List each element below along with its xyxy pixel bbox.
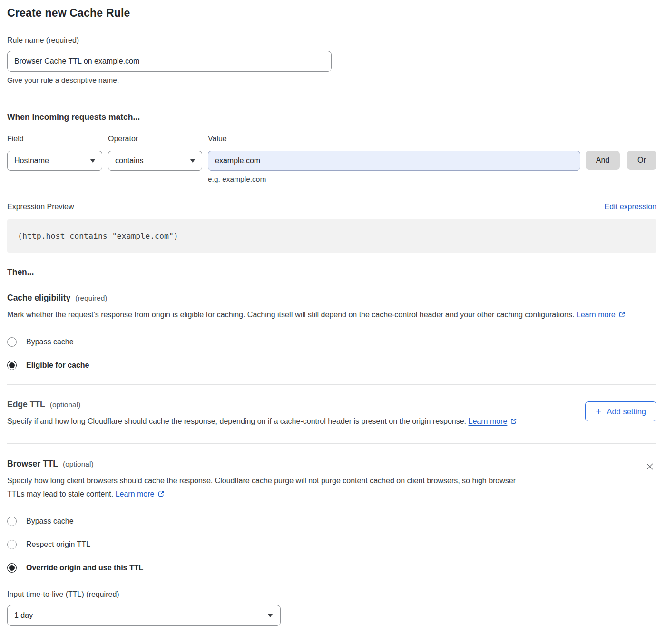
operator-column-label: Operator <box>108 135 202 143</box>
cache-eligibility-heading: Cache eligibility <box>7 293 70 303</box>
divider <box>7 384 656 385</box>
divider <box>7 99 656 99</box>
radio-option-label: Eligible for cache <box>26 361 89 370</box>
field-select-value: Hostname <box>14 156 49 165</box>
external-link-icon <box>618 309 626 322</box>
chevron-down-icon <box>268 614 273 617</box>
chevron-down-icon <box>90 159 95 163</box>
operator-select-value: contains <box>115 156 144 165</box>
add-setting-label: Add setting <box>607 407 646 416</box>
browser-ttl-heading: Browser TTL <box>7 459 58 469</box>
chevron-down-icon <box>190 159 195 163</box>
edge-ttl-description-text: Specify if and how long Cloudflare shoul… <box>7 417 466 425</box>
radio-option-respect-origin-ttl[interactable]: Respect origin TTL <box>7 540 656 549</box>
cache-eligibility-requirement: (required) <box>75 294 107 302</box>
ttl-select-value: 1 day <box>8 605 260 625</box>
radio-option-label: Override origin and use this TTL <box>26 564 143 572</box>
match-section-heading: When incoming requests match... <box>7 112 656 122</box>
create-cache-rule-form: Create new Cache Rule Rule name (require… <box>0 0 666 626</box>
rule-name-input[interactable] <box>7 51 332 72</box>
edge-ttl-requirement: (optional) <box>50 400 81 409</box>
or-button[interactable]: Or <box>627 151 656 170</box>
value-helper: e.g. example.com <box>208 175 580 184</box>
expression-text: (http.host contains "example.com") <box>18 232 178 241</box>
radio-option-label: Respect origin TTL <box>26 540 90 549</box>
radio-option-label: Bypass cache <box>26 517 74 526</box>
radio-option-eligible-for-cache[interactable]: Eligible for cache <box>7 361 656 370</box>
value-column-label: Value <box>208 135 580 143</box>
radio-option-browser-bypass-cache[interactable]: Bypass cache <box>7 517 656 526</box>
cache-eligibility-learn-more-link[interactable]: Learn more <box>577 311 616 319</box>
radio-option-bypass-cache[interactable]: Bypass cache <box>7 337 656 347</box>
radio-option-override-origin-ttl[interactable]: Override origin and use this TTL <box>7 563 656 573</box>
divider <box>7 443 656 444</box>
match-condition-row: Field Hostname Operator contains Value e… <box>7 135 656 184</box>
ttl-select-arrow-segment[interactable] <box>260 605 280 625</box>
expression-preview-label: Expression Preview <box>7 203 74 211</box>
field-select[interactable]: Hostname <box>7 151 102 171</box>
plus-icon: + <box>596 406 601 416</box>
browser-ttl-requirement: (optional) <box>63 460 94 468</box>
add-setting-button[interactable]: + Add setting <box>585 401 656 421</box>
rule-name-label: Rule name (required) <box>7 36 656 45</box>
close-icon <box>645 462 655 471</box>
and-button[interactable]: And <box>586 151 620 170</box>
page-title: Create new Cache Rule <box>7 7 656 20</box>
radio-selected-icon[interactable] <box>7 361 17 370</box>
remove-browser-ttl-button[interactable] <box>643 460 656 475</box>
edge-ttl-learn-more-link[interactable]: Learn more <box>469 417 508 425</box>
field-column-label: Field <box>7 135 102 143</box>
external-link-icon <box>157 488 165 502</box>
radio-unselected-icon[interactable] <box>7 337 17 347</box>
radio-option-label: Bypass cache <box>26 338 74 346</box>
cache-eligibility-description-text: Mark whether the request’s response from… <box>7 311 574 319</box>
edge-ttl-heading: Edge TTL <box>7 400 45 410</box>
browser-ttl-description: Specify how long client browsers should … <box>7 474 533 502</box>
radio-selected-icon[interactable] <box>7 563 17 573</box>
cache-eligibility-description: Mark whether the request’s response from… <box>7 308 649 322</box>
radio-unselected-icon[interactable] <box>7 517 17 526</box>
edge-ttl-description: Specify if and how long Cloudflare shoul… <box>7 415 517 429</box>
rule-name-helper: Give your rule a descriptive name. <box>7 76 656 85</box>
operator-select[interactable]: contains <box>108 151 202 171</box>
browser-ttl-learn-more-link[interactable]: Learn more <box>116 490 155 498</box>
radio-unselected-icon[interactable] <box>7 540 17 549</box>
value-input[interactable] <box>208 151 580 171</box>
then-heading: Then... <box>7 267 656 277</box>
external-link-icon <box>510 416 517 429</box>
ttl-select[interactable]: 1 day <box>7 605 281 626</box>
browser-ttl-description-text: Specify how long client browsers should … <box>7 477 516 498</box>
expression-preview-code: (http.host contains "example.com") <box>7 219 656 253</box>
ttl-input-label: Input time-to-live (TTL) (required) <box>7 590 656 599</box>
edit-expression-link[interactable]: Edit expression <box>605 203 656 211</box>
